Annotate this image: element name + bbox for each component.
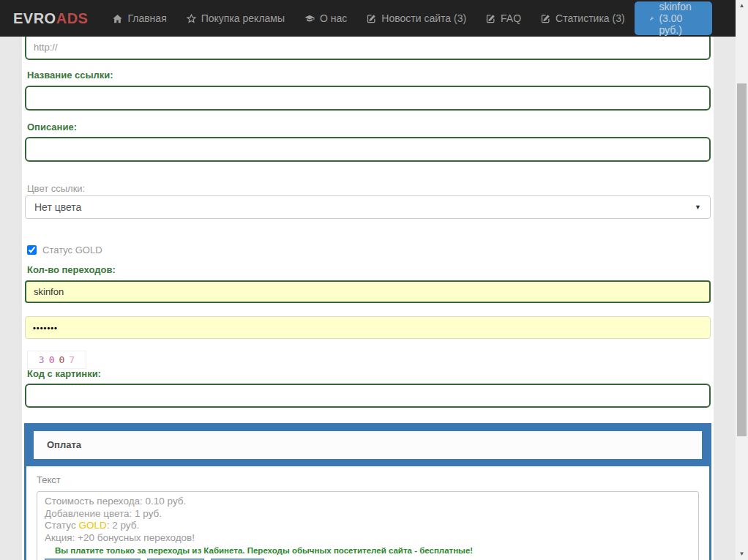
payment-panel-title: Оплата [34,431,702,459]
url-input[interactable] [25,34,711,60]
link-color-label: Цвет ссылки: [27,183,85,194]
wrench-icon [649,13,654,24]
price-line-gold: Статус GOLD: 2 руб. [45,520,691,532]
brand-logo[interactable]: EVROADS [0,10,102,27]
description-input[interactable] [25,137,711,162]
nav-item-about[interactable]: О нас [294,0,356,37]
captcha-code-label: Код с картинки: [27,368,101,379]
star-icon [186,13,197,24]
link-color-select[interactable]: Нет цвета ▼ [25,195,711,219]
captcha-code-input[interactable] [25,384,711,408]
edit-icon [366,13,377,24]
price-line-color: Добавление цвета: 1 руб. [45,508,691,520]
transitions-input[interactable] [25,280,711,303]
text-label: Текст [37,474,699,485]
edit-icon [485,13,496,24]
password-input[interactable] [25,316,711,339]
nav-item-label: Покупка рекламы [201,12,285,24]
navbar: EVROADS Главная Покупка рекламы О нас Но… [0,0,736,37]
price-line-transition: Стоимость перехода: 0.10 руб. [45,496,691,508]
link-name-input[interactable] [25,86,711,111]
scroll-up-arrow-icon[interactable]: ▲ [736,0,748,12]
payment-panel-header: Оплата [26,423,709,466]
nav-item-home[interactable]: Главная [102,0,176,37]
link-color-selected-value: Нет цвета [34,201,81,213]
captcha-image: 3 0 0 7 [27,351,86,369]
scrollbar-thumb[interactable] [737,83,747,436]
nav-item-label: FAQ [501,12,521,24]
user-account-label: skinfon (3.00 руб.) [659,1,697,36]
nav-item-label: Главная [127,12,166,24]
description-label: Описание: [27,122,77,132]
nav-item-label: Новости сайта (3) [381,12,466,24]
brand-part-evro: EVRO [13,10,56,26]
captcha-digit: 3 [39,354,45,365]
transitions-label: Кол-во переходов: [27,264,116,275]
payment-notice: Вы платите только за переходы из Кабинет… [55,546,691,555]
vertical-scrollbar[interactable]: ▲ ▼ [736,0,748,560]
pricing-box: Стоимость перехода: 0.10 руб. Добавление… [37,491,699,560]
main-content: Название ссылки: Описание: Цвет ссылки: … [22,0,714,560]
gold-line-suffix: : 2 руб. [107,520,140,531]
home-icon [112,13,123,24]
captcha-digit: 0 [59,354,65,365]
graduation-cap-icon [304,13,315,24]
captcha-digit: 0 [49,354,55,365]
payment-panel-body: Текст Стоимость перехода: 0.10 руб. Доба… [26,466,709,560]
user-account-button[interactable]: skinfon (3.00 руб.) [635,1,712,35]
link-name-label: Название ссылки: [27,70,113,81]
gold-status-checkbox[interactable] [27,245,37,255]
gold-status-label[interactable]: Статус GOLD [42,244,102,255]
gold-line-prefix: Статус [45,520,78,531]
nav-item-buy-ads[interactable]: Покупка рекламы [176,0,294,37]
payment-panel: Оплата Текст Стоимость перехода: 0.10 ру… [24,423,711,560]
scroll-down-arrow-icon[interactable]: ▼ [736,548,748,560]
price-line-promo: Акция: +20 бонусных переходов! [45,532,691,545]
edit-icon [540,13,551,24]
nav-item-label: О нас [320,12,347,24]
chevron-down-icon: ▼ [695,204,701,211]
nav-item-statistics[interactable]: Статистика (3) [531,0,635,37]
nav-item-label: Статистика (3) [556,12,625,24]
gold-word: GOLD [78,520,106,531]
nav-item-faq[interactable]: FAQ [476,0,531,37]
brand-part-ads: ADS [56,10,89,26]
captcha-digit: 7 [69,354,75,365]
nav-item-site-news[interactable]: Новости сайта (3) [356,0,476,37]
